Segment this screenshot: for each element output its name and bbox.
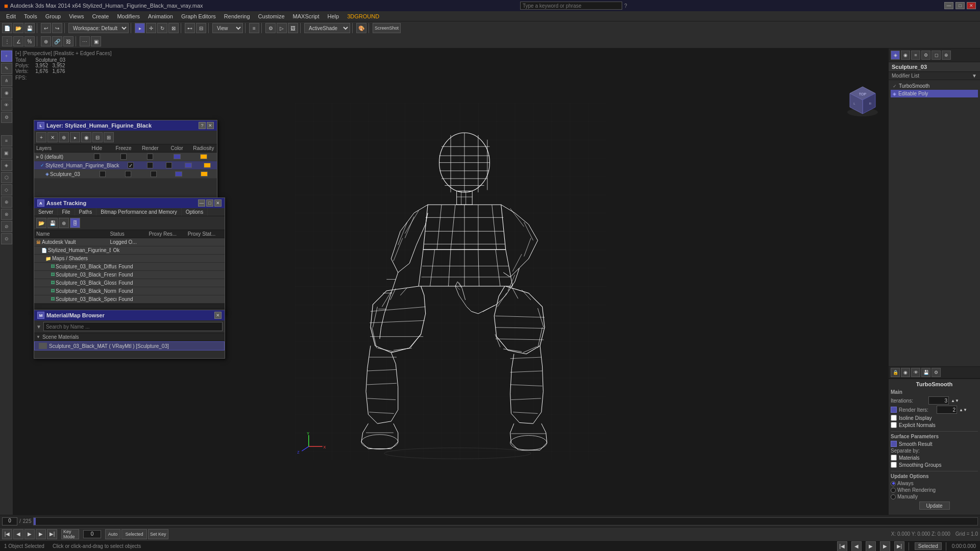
- asset-panel-header[interactable]: A Asset Tracking — □ ✕: [34, 198, 225, 208]
- smooth-result-check[interactable]: [891, 441, 897, 447]
- layer-render-check-2[interactable]: [166, 162, 172, 168]
- layer-row-figurine[interactable]: ✓ Stylized_Human_Figurine_Black ✓: [34, 161, 217, 170]
- open-file-button[interactable]: 📂: [13, 23, 23, 33]
- menu-graph-editors[interactable]: Graph Editors: [177, 12, 220, 20]
- mod-save-icon[interactable]: 💾: [921, 368, 930, 377]
- bc-key-mode-button[interactable]: Key Mode: [61, 529, 79, 539]
- minimize-button[interactable]: —: [944, 2, 953, 9]
- layer-hide-check-2[interactable]: ✓: [128, 162, 134, 168]
- menu-maxscript[interactable]: MAXScript: [289, 12, 324, 20]
- search-area[interactable]: ?: [520, 2, 627, 10]
- asset-row-vault[interactable]: 🏛 Autodesk Vault Logged O...: [34, 238, 225, 246]
- mat-panel-close-button[interactable]: ✕: [214, 312, 222, 319]
- layer-new-button[interactable]: +: [36, 132, 46, 142]
- layer-select-button[interactable]: ▸: [70, 132, 80, 142]
- sidebar-extra9-icon[interactable]: ⊙: [1, 233, 12, 244]
- scatter-button[interactable]: ⋯: [80, 36, 90, 46]
- menu-create[interactable]: Create: [88, 12, 113, 20]
- screenshot-button[interactable]: ScreenShot: [373, 23, 401, 33]
- layer-render-default[interactable]: [137, 153, 163, 161]
- always-radio-dot[interactable]: [891, 481, 896, 486]
- asset-tb-btn3[interactable]: ⊕: [59, 218, 69, 228]
- menu-modifiers[interactable]: Modifiers: [113, 12, 144, 20]
- bc-auto-key-button[interactable]: Auto: [105, 529, 120, 539]
- sidebar-extra6-icon[interactable]: ⊕: [1, 196, 12, 208]
- menu-edit[interactable]: Edit: [2, 12, 20, 20]
- asset-panel-restore-button[interactable]: □: [206, 199, 213, 207]
- sidebar-extra2-icon[interactable]: ▣: [1, 147, 12, 159]
- asset-row-glossiness[interactable]: 🖼 Sculpture_03_Black_Glossiness.png Foun…: [34, 279, 225, 287]
- scale-button[interactable]: ⊠: [168, 23, 179, 33]
- asset-menu-paths[interactable]: Paths: [75, 208, 97, 216]
- bc-next-key-button[interactable]: ▶|: [47, 529, 57, 539]
- timeline-track[interactable]: [33, 517, 978, 525]
- rp-icon-1[interactable]: ◈: [891, 51, 900, 60]
- rp-icon-2[interactable]: ◉: [901, 51, 910, 60]
- manually-radio-dot[interactable]: [891, 494, 896, 499]
- layer-panel-close-button[interactable]: ✕: [207, 122, 214, 129]
- layer-render-figurine[interactable]: [160, 161, 179, 169]
- asset-panel-close-button[interactable]: ✕: [214, 199, 222, 207]
- sidebar-extra8-icon[interactable]: ⊘: [1, 221, 12, 232]
- view-dropdown[interactable]: View: [212, 23, 243, 33]
- rp-icon-4[interactable]: ⚙: [921, 51, 930, 60]
- select-button[interactable]: ▸: [135, 23, 145, 33]
- unlink-button[interactable]: ⛓: [63, 36, 74, 46]
- rp-icon-5[interactable]: ◻: [932, 51, 941, 60]
- asset-row-diffuse[interactable]: 🖼 Sculpture_03_Black_Diffuse.png Found: [34, 263, 225, 271]
- render-iters-check[interactable]: [891, 407, 897, 413]
- layer-color-default[interactable]: [163, 153, 190, 160]
- modifier-list-expand-icon[interactable]: ▼: [972, 73, 977, 79]
- menu-views[interactable]: Views: [65, 12, 88, 20]
- link-button[interactable]: 🔗: [52, 36, 62, 46]
- isoline-checkbox[interactable]: [891, 415, 897, 421]
- bc-set-key-button[interactable]: Set Key: [148, 529, 168, 539]
- layer-highlight-button[interactable]: ◉: [81, 132, 91, 142]
- always-radio[interactable]: Always: [891, 481, 978, 486]
- mat-search-input[interactable]: [43, 322, 223, 331]
- layer-render-sculpture[interactable]: [141, 170, 166, 178]
- iterations-input[interactable]: [928, 396, 949, 405]
- render-iters-input[interactable]: [937, 406, 957, 414]
- status-prev-frame[interactable]: ◀: [851, 541, 862, 552]
- navigation-cube[interactable]: TOP R L: [842, 79, 883, 120]
- undo-button[interactable]: ↩: [41, 23, 51, 33]
- start-frame-input[interactable]: 0: [2, 517, 17, 525]
- menu-customize[interactable]: Customize: [254, 12, 289, 20]
- layer-hide-check[interactable]: [94, 154, 100, 160]
- layer-color-swatch[interactable]: [174, 154, 181, 159]
- sidebar-motion-icon[interactable]: ◉: [1, 87, 12, 98]
- status-next-key[interactable]: ▶|: [894, 541, 904, 552]
- workspace-dropdown[interactable]: Workspace: Default: [68, 23, 129, 33]
- asset-tb-btn2[interactable]: 💾: [47, 218, 58, 228]
- sidebar-extra3-icon[interactable]: ◈: [1, 160, 12, 171]
- layer-color-swatch-2[interactable]: [185, 163, 192, 168]
- layer-radiosity-sculpture[interactable]: [191, 170, 217, 178]
- update-button[interactable]: Update: [919, 502, 950, 510]
- layer-freeze-check[interactable]: [120, 154, 127, 160]
- layer-render-check[interactable]: [147, 154, 153, 160]
- render-setup-button[interactable]: ⚙: [265, 23, 276, 33]
- sidebar-modify-icon[interactable]: ✎: [1, 63, 12, 74]
- render-iters-spinner[interactable]: ▲▼: [959, 408, 967, 412]
- status-play[interactable]: ▶: [866, 541, 876, 552]
- layer-hide-default[interactable]: [84, 153, 110, 161]
- percent-snap-button[interactable]: %: [24, 36, 35, 46]
- layer-row-default[interactable]: ▶ 0 (default): [34, 153, 217, 161]
- layer-freeze-check-3[interactable]: [125, 171, 131, 177]
- bone-tools-button[interactable]: ⊕: [41, 36, 51, 46]
- layer-manager-button[interactable]: ≡: [249, 23, 259, 33]
- sidebar-create-icon[interactable]: +: [1, 51, 12, 62]
- render-frame-window-button[interactable]: 🖼: [288, 23, 298, 33]
- menu-rendering[interactable]: Rendering: [220, 12, 254, 20]
- asset-row-fresnel[interactable]: 🖼 Sculpture_03_Black_Fresnel.png Found: [34, 271, 225, 279]
- asset-row-normal[interactable]: 🖼 Sculpture_03_Black_Normal.png Found: [34, 287, 225, 295]
- when-rendering-radio-dot[interactable]: [891, 488, 896, 493]
- bc-play-button[interactable]: ▶: [24, 529, 35, 539]
- mod-show-icon[interactable]: 👁: [911, 368, 920, 377]
- asset-row-maps-folder[interactable]: 📁 Maps / Shaders: [34, 255, 225, 263]
- menu-help[interactable]: Help: [324, 12, 344, 20]
- asset-menu-file[interactable]: File: [58, 208, 75, 216]
- materials-checkbox[interactable]: [891, 455, 897, 461]
- rotate-button[interactable]: ↻: [157, 23, 167, 33]
